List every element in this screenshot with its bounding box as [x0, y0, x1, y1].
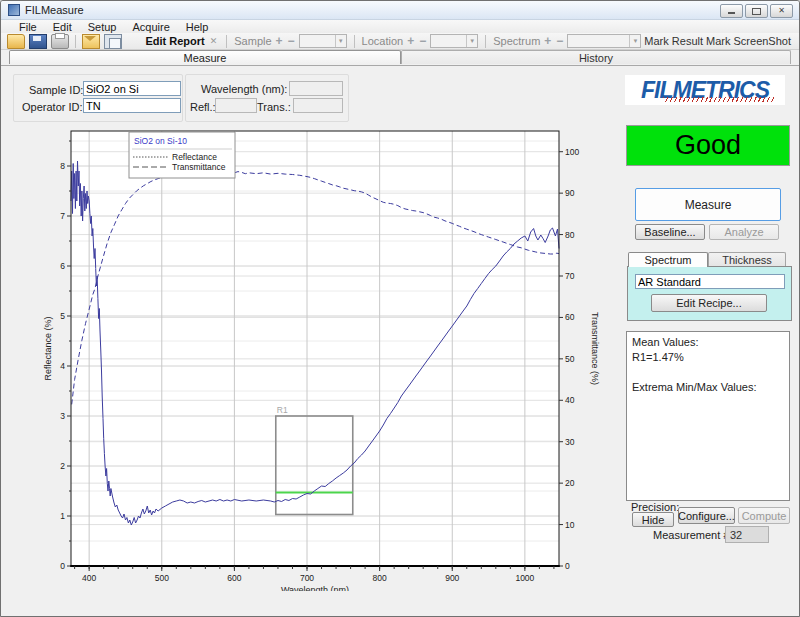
hide-button[interactable]: Hide: [632, 512, 674, 527]
svg-text:30: 30: [565, 437, 575, 447]
svg-text:Wavelength (nm): Wavelength (nm): [281, 585, 349, 591]
restore-icon: [752, 8, 761, 15]
svg-text:6: 6: [60, 261, 65, 271]
svg-text:20: 20: [565, 478, 575, 488]
compute-button[interactable]: Compute: [738, 507, 790, 524]
svg-text:Transmittance: Transmittance: [172, 162, 226, 172]
tab-spectrum[interactable]: Spectrum: [628, 252, 708, 267]
menu-edit[interactable]: Edit: [45, 21, 80, 33]
export-icon[interactable]: [82, 34, 100, 49]
svg-text:1000: 1000: [515, 573, 534, 583]
edit-report-button[interactable]: Edit Report: [145, 35, 204, 47]
operator-id-label: Operator ID:: [22, 101, 83, 113]
svg-text:Reflectance: Reflectance: [172, 152, 217, 162]
minimize-icon: [728, 12, 735, 14]
chevron-down-icon: ▼: [335, 35, 346, 47]
filmetrics-logo: FILMETRICS: [625, 75, 785, 105]
screenshot-icon[interactable]: [104, 34, 122, 49]
measurement-number-label: Measurement #: [653, 529, 729, 541]
svg-text:400: 400: [82, 573, 96, 583]
toolbar-separator: [485, 35, 486, 48]
menu-help[interactable]: Help: [178, 21, 217, 33]
wavelength-input: [289, 81, 343, 96]
location-add-button[interactable]: +: [406, 34, 415, 48]
logo-hatch-decoration: [663, 97, 775, 102]
svg-text:600: 600: [227, 573, 241, 583]
wavelength-label: Wavelength (nm):: [201, 83, 287, 95]
sample-id-input[interactable]: [83, 81, 181, 96]
svg-text:500: 500: [155, 573, 169, 583]
svg-text:40: 40: [565, 395, 575, 405]
results-listbox[interactable]: Mean Values: R1=1.47% Extrema Min/Max Va…: [626, 331, 790, 501]
refl-label: Refl.:: [190, 101, 216, 113]
refl-input: [215, 98, 257, 113]
close-button[interactable]: ✕: [770, 4, 793, 18]
svg-text:Reflectance (%): Reflectance (%): [43, 316, 53, 380]
location-label: Location: [362, 35, 404, 47]
svg-text:7: 7: [60, 211, 65, 221]
svg-text:80: 80: [565, 230, 575, 240]
svg-text:100: 100: [565, 147, 579, 157]
chevron-down-icon: ▼: [466, 35, 477, 47]
app-window: FILMeasure ✕ File Edit Setup Acquire Hel…: [0, 0, 800, 617]
window-title: FILMeasure: [25, 4, 84, 16]
mark-result-button[interactable]: Mark Result: [644, 35, 703, 47]
menu-file[interactable]: File: [11, 21, 45, 33]
svg-text:8: 8: [60, 161, 65, 171]
baseline-button[interactable]: Baseline...: [635, 224, 705, 240]
close-icon: ✕: [778, 7, 785, 15]
menu-setup[interactable]: Setup: [80, 21, 125, 33]
tab-measure[interactable]: Measure: [9, 50, 401, 64]
location-remove-button[interactable]: −: [418, 34, 427, 48]
measure-button[interactable]: Measure: [635, 188, 781, 221]
mean-value-r1: R1=1.47%: [632, 350, 784, 365]
toolbar: Edit Report ✕ Sample + − ▼ Location + − …: [1, 33, 799, 50]
spectrum-chart[interactable]: R140050060070080090010000123456780102030…: [41, 121, 601, 591]
sample-add-button[interactable]: +: [275, 34, 284, 48]
spectrum-combo[interactable]: ▼: [567, 34, 641, 48]
sample-id-label: Sample ID:: [29, 84, 83, 96]
svg-text:0: 0: [565, 561, 570, 571]
svg-text:800: 800: [373, 573, 387, 583]
minimize-button[interactable]: [720, 4, 743, 18]
menu-acquire[interactable]: Acquire: [124, 21, 177, 33]
restore-button[interactable]: [745, 4, 768, 18]
recipe-input[interactable]: [635, 274, 785, 289]
spectrum-add-button[interactable]: +: [543, 34, 552, 48]
mark-screenshot-button[interactable]: Mark ScreenShot: [706, 35, 791, 47]
svg-text:4: 4: [60, 361, 65, 371]
analyze-button[interactable]: Analyze: [709, 224, 779, 240]
trans-input: [293, 98, 343, 113]
recipe-panel: Edit Recipe...: [627, 266, 792, 321]
toolbar-separator: [75, 35, 76, 48]
svg-text:1: 1: [60, 511, 65, 521]
svg-text:70: 70: [565, 271, 575, 281]
extrema-label: Extrema Min/Max Values:: [632, 380, 784, 395]
save-icon[interactable]: [29, 34, 47, 49]
edit-report-close-icon[interactable]: ✕: [208, 36, 220, 46]
edit-recipe-button[interactable]: Edit Recipe...: [651, 294, 767, 312]
menu-bar: File Edit Setup Acquire Help: [1, 20, 800, 33]
print-icon[interactable]: [51, 34, 69, 49]
svg-text:R1: R1: [277, 405, 288, 415]
sample-remove-button[interactable]: −: [287, 34, 296, 48]
svg-text:90: 90: [565, 188, 575, 198]
app-icon: [8, 4, 20, 16]
title-bar: FILMeasure ✕: [1, 1, 799, 20]
svg-text:0: 0: [60, 561, 65, 571]
tab-thickness[interactable]: Thickness: [708, 252, 786, 267]
configure-button[interactable]: Configure...: [678, 507, 735, 524]
status-badge: Good: [626, 125, 790, 166]
spectrum-remove-button[interactable]: −: [555, 34, 564, 48]
spectrum-label: Spectrum: [493, 35, 540, 47]
mean-values-label: Mean Values:: [632, 335, 784, 350]
location-combo[interactable]: ▼: [430, 34, 478, 48]
open-file-icon[interactable]: [7, 34, 25, 49]
svg-text:50: 50: [565, 354, 575, 364]
operator-id-input[interactable]: [83, 98, 181, 113]
chevron-down-icon: ▼: [629, 35, 640, 47]
sample-combo[interactable]: ▼: [299, 34, 347, 48]
sample-label: Sample: [234, 35, 271, 47]
svg-text:900: 900: [445, 573, 459, 583]
tab-history[interactable]: History: [401, 50, 791, 64]
